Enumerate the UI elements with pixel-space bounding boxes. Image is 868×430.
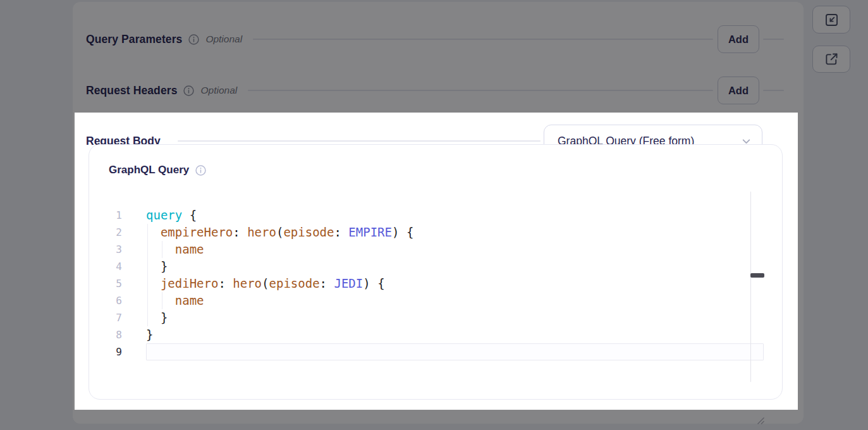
indent-guide <box>147 241 148 258</box>
line-number: 8 <box>89 326 122 343</box>
code-line[interactable]: name <box>146 292 764 309</box>
section-divider-end <box>763 39 784 40</box>
section-divider <box>248 90 713 91</box>
line-number: 4 <box>89 258 122 275</box>
page-background: Query Parameters Optional Add Request He… <box>0 0 868 430</box>
code-line[interactable]: } <box>146 326 764 343</box>
external-link-icon <box>824 51 840 67</box>
indent-guide <box>147 292 148 309</box>
request-headers-section: Request Headers Optional Add <box>86 77 784 104</box>
code-line[interactable]: } <box>146 309 764 326</box>
line-number: 5 <box>89 275 122 292</box>
section-divider-end <box>763 90 784 91</box>
info-icon[interactable] <box>183 85 194 96</box>
add-query-parameter-button[interactable]: Add <box>718 25 759 53</box>
open-external-button[interactable] <box>812 46 850 73</box>
line-number: 7 <box>89 309 122 326</box>
info-icon[interactable] <box>195 165 206 176</box>
line-number: 6 <box>89 292 122 309</box>
code-line[interactable]: } <box>146 258 764 275</box>
editor-split-line <box>750 192 751 382</box>
line-number: 2 <box>89 224 122 241</box>
code-line[interactable]: jediHero: hero(episode: JEDI) { <box>146 275 764 292</box>
line-number: 1 <box>89 207 122 224</box>
query-parameters-section: Query Parameters Optional Add <box>86 25 784 53</box>
split-drag-handle[interactable] <box>750 273 764 278</box>
request-headers-label: Request Headers <box>86 84 177 97</box>
indent-guide <box>147 275 148 292</box>
graphql-query-header: GraphQL Query <box>109 164 206 176</box>
import-arrow-icon <box>824 12 840 28</box>
line-number: 3 <box>89 241 122 258</box>
query-parameters-label: Query Parameters <box>86 33 182 46</box>
indent-guide <box>147 224 148 241</box>
inline-edit-button[interactable] <box>812 6 850 34</box>
graphql-query-card: GraphQL Query 123456789 query { empireHe… <box>89 144 783 400</box>
code-line[interactable]: query { <box>146 207 764 224</box>
editor-gutter: 123456789 <box>89 207 122 360</box>
info-icon[interactable] <box>188 34 199 45</box>
code-line[interactable] <box>146 343 764 360</box>
editor-code[interactable]: query { empireHero: hero(episode: EMPIRE… <box>146 207 764 360</box>
section-divider <box>178 140 541 142</box>
indent-guide <box>162 292 162 309</box>
code-editor[interactable]: 123456789 query { empireHero: hero(episo… <box>89 192 782 382</box>
add-request-header-button[interactable]: Add <box>718 77 759 104</box>
resize-grip-icon[interactable] <box>755 415 766 426</box>
indent-guide <box>147 258 148 275</box>
request-body-panel: Request Body GraphQL Query (Free form) G… <box>75 113 798 410</box>
optional-badge: Optional <box>205 34 242 45</box>
section-divider <box>253 39 713 40</box>
indent-guide <box>147 309 148 326</box>
code-line[interactable]: empireHero: hero(episode: EMPIRE) { <box>146 224 764 241</box>
indent-guide <box>162 241 162 258</box>
graphql-query-label: GraphQL Query <box>109 164 189 176</box>
optional-badge: Optional <box>200 85 237 96</box>
code-line[interactable]: name <box>146 241 764 258</box>
line-number: 9 <box>89 343 122 360</box>
